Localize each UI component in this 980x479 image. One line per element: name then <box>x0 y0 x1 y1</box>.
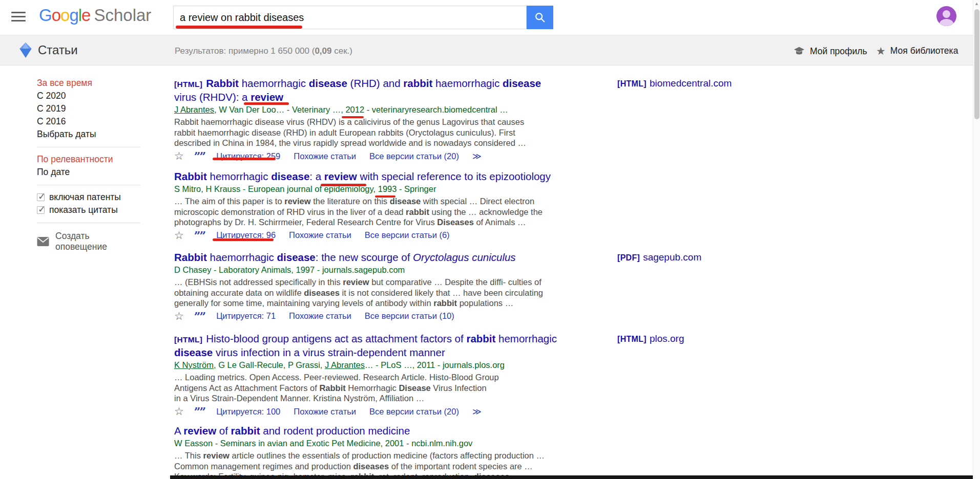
fulltext-link[interactable]: [HTML]plos.org <box>617 333 684 344</box>
cite-quote-icon[interactable]: ”” <box>194 153 205 160</box>
save-star-icon[interactable]: ☆ <box>174 406 184 417</box>
result-authors-line[interactable]: S Mitro, H Krauss - European journal of … <box>174 183 579 195</box>
result-title-link[interactable]: A review of rabbit and rodent production… <box>174 424 579 437</box>
divider <box>37 223 140 223</box>
save-star-icon[interactable]: ☆ <box>174 151 184 161</box>
search-result: [HTML]Histo-blood group antigens act as … <box>174 332 579 417</box>
related-articles-link[interactable]: Похожие статьи <box>289 230 351 240</box>
search-result: Rabbit hemorrhagic disease: a review wit… <box>174 170 579 241</box>
result-title-link[interactable]: [HTML]Rabbit haemorrhagic disease (RHD) … <box>174 77 579 103</box>
checkbox-checked-icon: ✓ <box>37 206 45 214</box>
date-filter-list: За все время С 2020 С 2019 С 2016 Выбрат… <box>37 77 140 141</box>
include-patents-label: включая патенты <box>49 191 121 204</box>
annotation-underline <box>375 195 395 198</box>
annotation-underline <box>213 158 276 160</box>
results-stats: Результатов: примерно 1 650 000 (0,09 се… <box>175 46 352 56</box>
annotation-underline <box>342 116 364 118</box>
search-icon <box>534 12 546 23</box>
divider <box>37 185 140 185</box>
logo-letter: g <box>69 6 78 25</box>
search-button[interactable] <box>527 6 553 29</box>
annotation-underline <box>321 184 366 186</box>
bottom-bar <box>170 475 973 479</box>
filter-custom-range[interactable]: Выбрать даты <box>37 128 140 141</box>
cite-quote-icon[interactable]: ”” <box>194 232 205 239</box>
scrollbar-thumb[interactable] <box>974 9 979 119</box>
result-title-link[interactable]: [HTML]Histo-blood group antigens act as … <box>174 332 579 359</box>
logo-letter: o <box>52 6 60 25</box>
related-articles-link[interactable]: Похожие статьи <box>289 311 351 321</box>
search-result: A review of rabbit and rodent production… <box>174 424 579 479</box>
filter-since-2016[interactable]: С 2016 <box>37 115 140 128</box>
result-snippet: … (EBHSis not addressed specifically in … <box>174 277 579 309</box>
all-versions-link[interactable]: Все версии статьи (20) <box>369 407 459 417</box>
top-header: GoogleScholar <box>0 0 980 35</box>
result-authors-line[interactable]: D Chasey - Laboratory Animals, 1997 - jo… <box>174 264 579 276</box>
related-articles-link[interactable]: Похожие статьи <box>294 407 356 417</box>
all-versions-link[interactable]: Все версии статьи (6) <box>365 230 450 240</box>
search-result: [HTML]Rabbit haemorrhagic disease (RHD) … <box>174 77 579 162</box>
result-actions: ☆ ”” Цитируется: 71 Похожие статьи Все в… <box>174 311 579 321</box>
scrollbar-up-icon[interactable]: ▲ <box>974 1 979 6</box>
fulltext-link[interactable]: [HTML]biomedcentral.com <box>617 78 732 89</box>
result-snippet: … The aim of this paper is to review the… <box>174 196 579 228</box>
search-result: Rabbit haemorrhagic disease: the new sco… <box>174 251 579 321</box>
hamburger-menu-icon[interactable] <box>11 12 26 23</box>
filter-all-time[interactable]: За все время <box>37 77 140 90</box>
all-versions-link[interactable]: Все версии статьи (10) <box>365 311 454 321</box>
show-citations-label: показать цитаты <box>49 204 118 216</box>
my-profile-link[interactable]: Мой профиль <box>793 46 867 57</box>
create-alert-label: Создать оповещение <box>55 231 140 252</box>
fulltext-domain: plos.org <box>650 333 684 344</box>
filter-since-2020[interactable]: С 2020 <box>37 90 140 102</box>
avatar-person-icon <box>943 10 950 18</box>
scrollbar[interactable]: ▲ <box>973 0 980 479</box>
result-authors-line[interactable]: J Abrantes, W Van Der Loo… - Veterinary … <box>174 104 579 116</box>
fulltext-domain: biomedcentral.com <box>650 78 732 89</box>
format-badge: [HTML] <box>174 335 202 344</box>
result-snippet: Rabbit haemorrhagic disease virus (RHDV)… <box>174 117 579 148</box>
sort-list: По релевантности По дате <box>37 153 140 179</box>
cite-quote-icon[interactable]: ”” <box>194 313 205 320</box>
section-title: Статьи <box>38 43 78 57</box>
result-actions: ☆ ”” Цитируется: 100 Похожие статьи Все … <box>174 406 579 417</box>
cite-quote-icon[interactable]: ”” <box>194 408 205 415</box>
include-patents-checkbox[interactable]: ✓ включая патенты <box>37 191 140 204</box>
checkbox-checked-icon: ✓ <box>37 193 45 201</box>
annotation-underline <box>244 102 289 105</box>
create-alert-button[interactable]: Создать оповещение <box>37 231 140 252</box>
result-title-link[interactable]: Rabbit hemorrhagic disease: a review wit… <box>174 170 579 183</box>
result-title-link[interactable]: Rabbit haemorrhagic disease: the new sco… <box>174 251 579 264</box>
fulltext-badge: [PDF] <box>617 253 640 262</box>
related-articles-link[interactable]: Похожие статьи <box>294 151 356 161</box>
show-citations-checkbox[interactable]: ✓ показать цитаты <box>37 204 140 216</box>
save-star-icon[interactable]: ☆ <box>174 311 184 321</box>
cited-by-link[interactable]: Цитируется: 100 <box>216 407 280 417</box>
my-library-link[interactable]: ★ Моя библиотека <box>876 46 958 56</box>
more-chevron-icon[interactable]: ≫ <box>472 406 482 417</box>
result-snippet: … This review article outlines the essen… <box>174 450 579 479</box>
filters-sidebar: За все время С 2020 С 2019 С 2016 Выбрат… <box>37 77 140 252</box>
result-authors-line[interactable]: K Nyström, G Le Gall-Recule, P Grassi, J… <box>174 359 579 371</box>
logo-letter: e <box>81 6 90 25</box>
logo-scholar-text: Scholar <box>94 6 151 25</box>
logo-letter: o <box>60 6 69 25</box>
divider <box>37 147 140 147</box>
format-badge: [HTML] <box>174 80 202 89</box>
more-chevron-icon[interactable]: ≫ <box>472 151 482 162</box>
avatar[interactable] <box>936 6 956 26</box>
save-star-icon[interactable]: ☆ <box>174 230 184 241</box>
logo-letter: G <box>39 6 52 25</box>
annotation-underline <box>176 26 302 29</box>
result-authors-line[interactable]: W Easson - Seminars in avian and Exotic … <box>174 438 579 449</box>
sort-by-relevance[interactable]: По релевантности <box>37 153 140 166</box>
all-versions-link[interactable]: Все версии статьи (20) <box>369 151 459 161</box>
sort-by-date[interactable]: По дате <box>37 166 140 179</box>
scholar-logo[interactable]: GoogleScholar <box>39 6 151 25</box>
scholar-emblem-icon <box>16 41 35 59</box>
alert-envelope-icon <box>37 236 49 247</box>
cited-by-link[interactable]: Цитируется: 71 <box>216 311 276 321</box>
filter-since-2019[interactable]: С 2019 <box>37 102 140 115</box>
fulltext-link[interactable]: [PDF]sagepub.com <box>617 252 701 263</box>
my-profile-label: Мой профиль <box>810 46 867 57</box>
